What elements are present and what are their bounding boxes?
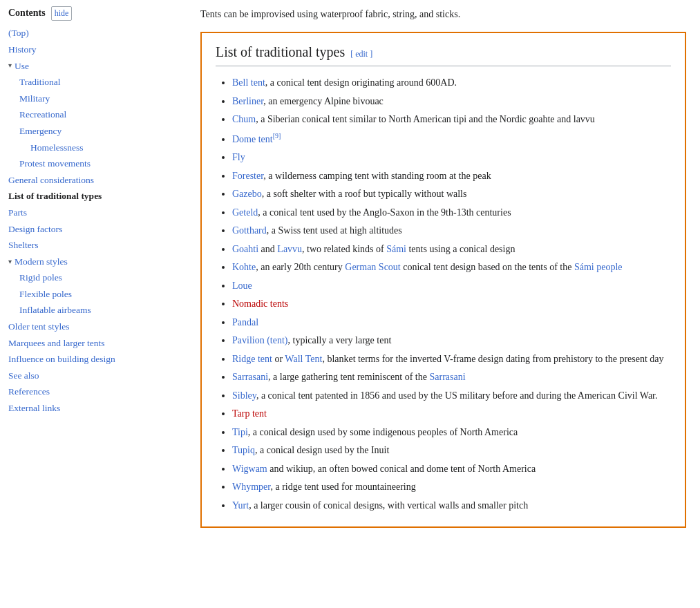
list-item: Gazebo, a soft shelter with a roof but t…: [232, 186, 671, 203]
toc-item-shelters[interactable]: Shelters: [8, 237, 178, 254]
list-item: Pandal: [232, 314, 671, 332]
toc-item-inflatable[interactable]: Inflatable airbeams: [19, 302, 178, 319]
toc-items-list: (Top) History ▾ Use Traditional Military…: [8, 25, 178, 416]
wigwam-link[interactable]: Wigwam: [232, 464, 267, 474]
toc-item-external[interactable]: External links: [8, 400, 178, 417]
tupiq-link[interactable]: Tupiq: [232, 445, 255, 455]
toc-item-design[interactable]: Design factors: [8, 221, 178, 238]
german-scout-link[interactable]: German Scout: [345, 262, 400, 272]
list-item: Sarrasani, a large gathering tent remini…: [232, 369, 671, 386]
list-item: Gotthard, a Swiss tent used at high alti…: [232, 222, 671, 240]
list-item: Wigwam and wikiup, an often bowed conica…: [232, 461, 671, 478]
sarrasani-circus-link[interactable]: Sarrasani: [429, 372, 465, 382]
berliner-link[interactable]: Berliner: [232, 96, 263, 106]
toc-item-use[interactable]: Use: [15, 58, 29, 75]
list-item: Whymper, a ridge tent used for mountaine…: [232, 479, 671, 496]
sami-link[interactable]: Sámi: [386, 244, 406, 254]
toc-header: Contents hide: [8, 6, 178, 21]
list-item: Goahti and Lavvu, two related kinds of S…: [232, 241, 671, 258]
toc-item-military[interactable]: Military: [19, 91, 178, 107]
sarrasani-link[interactable]: Sarrasani: [232, 372, 268, 382]
toc-title-label: Contents: [8, 6, 46, 21]
toc-item-modern[interactable]: Modern styles: [15, 254, 68, 270]
list-item: Loue: [232, 278, 671, 295]
loue-link[interactable]: Loue: [232, 281, 252, 291]
toc-item-influence[interactable]: Influence on building design: [8, 351, 178, 368]
tarp-tent-link[interactable]: Tarp tent: [232, 408, 267, 419]
whymper-link[interactable]: Whymper: [232, 482, 270, 492]
use-collapse-arrow[interactable]: ▾: [8, 60, 12, 71]
toc-item-top[interactable]: (Top): [8, 25, 178, 41]
main-content: Tents can be improvised using waterproof…: [187, 0, 700, 608]
edit-section-link[interactable]: [ edit ]: [350, 49, 372, 59]
pavilion-tent-link[interactable]: Pavilion (tent): [232, 335, 288, 345]
table-of-contents: Contents hide (Top) History ▾ Use Tradit…: [0, 0, 187, 608]
gotthard-link[interactable]: Gotthard: [232, 225, 267, 236]
list-item: Fly: [232, 149, 671, 167]
toc-item-see-also[interactable]: See also: [8, 368, 178, 384]
toc-item-protest[interactable]: Protest movements: [19, 155, 178, 172]
lavvu-link[interactable]: Lavvu: [277, 244, 302, 254]
toc-item-references[interactable]: References: [8, 383, 178, 400]
ridge-tent-link[interactable]: Ridge tent: [232, 354, 272, 364]
list-item: Chum, a Siberian conical tent similar to…: [232, 111, 671, 129]
toc-item-parts[interactable]: Parts: [8, 205, 178, 221]
geteld-link[interactable]: Geteld: [232, 207, 258, 218]
tipi-link[interactable]: Tipi: [232, 427, 248, 437]
kohte-link[interactable]: Kohte: [232, 262, 256, 272]
forester-link[interactable]: Forester: [232, 171, 263, 181]
goahti-link[interactable]: Goahti: [232, 244, 258, 254]
list-item: Tarp tent: [232, 406, 671, 423]
modern-collapse-arrow[interactable]: ▾: [8, 256, 12, 267]
list-item: Tipi, a conical design used by some indi…: [232, 424, 671, 441]
list-item: Geteld, a conical tent used by the Anglo…: [232, 205, 671, 222]
list-item: Berliner, an emergency Alpine bivouac: [232, 93, 671, 111]
toc-item-older[interactable]: Older tent styles: [8, 319, 178, 335]
toc-item-homelessness[interactable]: Homelessness: [30, 140, 178, 156]
gazebo-link[interactable]: Gazebo: [232, 189, 262, 199]
sibley-link[interactable]: Sibley: [232, 390, 256, 401]
dome-tent-ref: [9]: [273, 132, 281, 140]
section-heading: List of traditional types [ edit ]: [216, 44, 671, 66]
toc-item-traditional[interactable]: Traditional: [19, 74, 178, 91]
list-item: Nomadic tents: [232, 296, 671, 313]
toc-item-history[interactable]: History: [8, 41, 178, 58]
list-item: Yurt, a larger cousin of conical designs…: [232, 497, 671, 515]
wall-tent-link[interactable]: Wall Tent: [285, 354, 322, 364]
list-item: Pavilion (tent), typically a very large …: [232, 332, 671, 350]
chum-link[interactable]: Chum: [232, 114, 256, 124]
list-of-traditional-types-box: List of traditional types [ edit ] Bell …: [200, 32, 686, 528]
bell-tent-link[interactable]: Bell tent: [232, 77, 265, 88]
toc-item-flexible[interactable]: Flexible poles: [19, 286, 178, 303]
intro-paragraph: Tents can be improvised using waterproof…: [200, 7, 686, 22]
section-title: List of traditional types: [216, 44, 345, 60]
list-item: Forester, a wilderness camping tent with…: [232, 168, 671, 185]
toc-item-general[interactable]: General considerations: [8, 172, 178, 189]
list-item: Dome tent[9]: [232, 130, 671, 148]
traditional-types-list: Bell tent, a conical tent design origina…: [216, 75, 671, 514]
sami-people-link[interactable]: Sámi people: [574, 262, 623, 272]
toc-item-recreational[interactable]: Recreational: [19, 106, 178, 123]
fly-link[interactable]: Fly: [232, 152, 245, 162]
toc-item-emergency[interactable]: Emergency: [19, 123, 178, 140]
list-item: Ridge tent or Wall Tent, blanket terms f…: [232, 351, 671, 368]
toc-item-marquees[interactable]: Marquees and larger tents: [8, 335, 178, 352]
list-item: Bell tent, a conical tent design origina…: [232, 75, 671, 92]
list-item: Sibley, a conical tent patented in 1856 …: [232, 388, 671, 405]
dome-tent-link[interactable]: Dome tent: [232, 134, 273, 144]
toc-item-rigid[interactable]: Rigid poles: [19, 269, 178, 286]
list-item: Kohte, an early 20th century German Scou…: [232, 259, 671, 276]
yurt-link[interactable]: Yurt: [232, 500, 249, 511]
pandal-link[interactable]: Pandal: [232, 317, 258, 327]
toc-item-list-traditional[interactable]: List of traditional types: [8, 188, 178, 205]
nomadic-tents-link[interactable]: Nomadic tents: [232, 298, 288, 309]
list-item: Tupiq, a conical design used by the Inui…: [232, 442, 671, 459]
toc-hide-button[interactable]: hide: [51, 6, 73, 21]
